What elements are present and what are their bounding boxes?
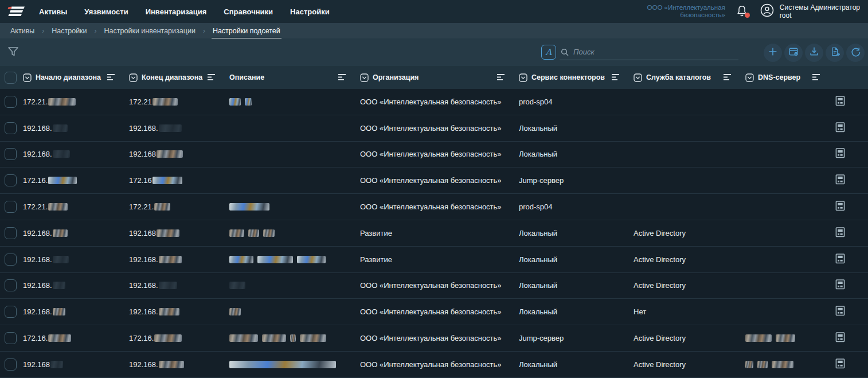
cell-connector-service: Jump-сервер bbox=[519, 334, 634, 342]
row-details-button[interactable] bbox=[834, 95, 859, 108]
row-checkbox[interactable] bbox=[5, 306, 17, 318]
filter-button[interactable] bbox=[7, 46, 19, 59]
table-row[interactable]: 192.168.192.168.ООО «Интеллектуальная бе… bbox=[0, 273, 868, 299]
column-label: Конец диапазона bbox=[142, 73, 202, 81]
cell-organization: ООО «Интеллектуальная безопасность» bbox=[360, 150, 519, 158]
row-checkbox[interactable] bbox=[5, 96, 17, 108]
breadcrumb-item-settings[interactable]: Настройки bbox=[52, 27, 87, 35]
table-row[interactable]: 172.16.172.16ООО «Интеллектуальная безоп… bbox=[0, 167, 868, 194]
row-details-button[interactable] bbox=[834, 332, 859, 345]
row-checkbox-cell bbox=[5, 358, 23, 371]
column-label: Организация bbox=[373, 73, 419, 81]
breadcrumb-item-assets[interactable]: Активы bbox=[10, 27, 34, 35]
row-checkbox[interactable] bbox=[5, 332, 17, 344]
table-row[interactable]: 192.168.192.168.ООО «Интеллектуальная бе… bbox=[0, 299, 868, 325]
row-details-button[interactable] bbox=[834, 122, 859, 135]
redacted-text bbox=[48, 177, 77, 184]
breadcrumb-item-inventory-settings[interactable]: Настройки инвентаризации bbox=[104, 27, 196, 35]
table-row[interactable]: 192.168.192.168ООО «Интеллектуальная без… bbox=[0, 142, 868, 168]
cell-directory-service: Active Directory bbox=[634, 360, 745, 369]
card-view-icon bbox=[835, 305, 845, 318]
app-logo[interactable] bbox=[5, 6, 29, 17]
cell-range-start: 192.168. bbox=[23, 255, 129, 264]
row-details-button[interactable] bbox=[834, 200, 859, 213]
nav-item-assets[interactable]: Активы bbox=[39, 7, 67, 16]
row-details-button[interactable] bbox=[834, 147, 859, 161]
cell-range-end: 172.16. bbox=[129, 334, 229, 342]
text-mode-label: A bbox=[546, 47, 552, 57]
row-details-button[interactable] bbox=[834, 358, 859, 371]
search-input[interactable] bbox=[560, 44, 738, 60]
table-settings-button[interactable] bbox=[784, 44, 803, 62]
cell-organization: ООО «Интеллектуальная безопасность» bbox=[360, 124, 519, 133]
row-details-button[interactable] bbox=[834, 174, 859, 187]
redacted-text bbox=[757, 361, 768, 368]
redacted-text bbox=[154, 334, 182, 342]
row-checkbox[interactable] bbox=[5, 254, 17, 266]
topbar-right: ООО «Интеллектуальная безопасность» bbox=[646, 3, 868, 20]
cell-connector-service: prod-sp04 bbox=[519, 202, 634, 211]
text-search-mode-button[interactable]: A bbox=[541, 45, 556, 60]
redacted-text bbox=[229, 361, 336, 368]
row-details-button[interactable] bbox=[834, 305, 859, 318]
redacted-text bbox=[248, 229, 259, 237]
export-report-button[interactable] bbox=[826, 44, 844, 62]
row-checkbox[interactable] bbox=[5, 122, 17, 134]
row-checkbox[interactable] bbox=[5, 148, 17, 160]
row-checkbox[interactable] bbox=[5, 279, 17, 291]
breadcrumb-item-subnet-settings[interactable]: Настройки подсетей bbox=[213, 27, 280, 35]
ip-prefix: 192.168 bbox=[129, 229, 156, 237]
row-details-button[interactable] bbox=[834, 279, 859, 292]
ip-prefix: 172.21. bbox=[23, 98, 48, 106]
breadcrumb: Активы›Настройки›Настройки инвентаризаци… bbox=[0, 23, 868, 38]
nav-item-directories[interactable]: Справочники bbox=[224, 7, 273, 16]
cell-range-end: 172.16 bbox=[129, 176, 229, 185]
row-checkbox[interactable] bbox=[5, 201, 17, 213]
sort-icon[interactable] bbox=[812, 74, 820, 81]
table-row[interactable]: 192.168.192.168.РазвитиеЛокальныйActive … bbox=[0, 247, 868, 273]
download-button[interactable] bbox=[805, 44, 823, 62]
row-checkbox[interactable] bbox=[5, 227, 17, 239]
notifications-button[interactable] bbox=[736, 4, 749, 19]
nav-item-inventory[interactable]: Инвентаризация bbox=[146, 7, 207, 16]
redacted-text bbox=[772, 361, 793, 368]
redacted-text bbox=[229, 308, 241, 315]
add-button[interactable] bbox=[764, 44, 782, 62]
sort-icon[interactable] bbox=[497, 74, 505, 81]
row-details-button[interactable] bbox=[834, 227, 859, 240]
cell-dns-server bbox=[745, 361, 834, 368]
table-row[interactable]: 192.168.192.168.ООО «Интеллектуальная бе… bbox=[0, 115, 868, 142]
redacted-text bbox=[262, 334, 286, 342]
cell-connector-service: Jump-сервер bbox=[519, 176, 634, 185]
redacted-text bbox=[229, 282, 245, 289]
ip-prefix: 172.21. bbox=[129, 202, 154, 211]
row-checkbox[interactable] bbox=[5, 174, 17, 186]
sort-icon[interactable] bbox=[612, 74, 620, 81]
table-row[interactable]: 172.16.172.16.ООО «Интеллектуальная безо… bbox=[0, 325, 868, 352]
redacted-text bbox=[290, 334, 296, 342]
logo-s-icon bbox=[7, 6, 26, 17]
ip-prefix: 192.168. bbox=[129, 124, 158, 133]
user-menu[interactable]: Системы Администратор root bbox=[760, 3, 860, 20]
ip-prefix: 172.16. bbox=[23, 334, 48, 342]
column-label: Описание bbox=[229, 73, 264, 81]
table-row[interactable]: 172.21.172.21ООО «Интеллектуальная безоп… bbox=[0, 89, 868, 115]
table-row[interactable]: 172.21.172.21.ООО «Интеллектуальная безо… bbox=[0, 194, 868, 220]
cell-description bbox=[229, 361, 360, 368]
sort-icon[interactable] bbox=[724, 74, 732, 81]
table-row[interactable]: 192.168192.168.ООО «Интеллектуальная без… bbox=[0, 352, 868, 378]
sort-icon[interactable] bbox=[208, 74, 216, 81]
table-header: Начало диапазонаКонец диапазонаОписаниеО… bbox=[0, 66, 868, 89]
row-checkbox[interactable] bbox=[5, 358, 17, 371]
document-export-icon bbox=[829, 46, 840, 60]
table-row[interactable]: 192.168.192.168РазвитиеЛокальныйActive D… bbox=[0, 220, 868, 247]
ip-prefix: 172.16 bbox=[129, 176, 152, 185]
nav-item-settings[interactable]: Настройки bbox=[290, 7, 330, 16]
card-view-icon bbox=[835, 279, 845, 292]
sort-icon[interactable] bbox=[338, 74, 346, 81]
row-details-button[interactable] bbox=[834, 253, 859, 266]
sort-icon[interactable] bbox=[107, 74, 115, 81]
refresh-button[interactable] bbox=[846, 44, 865, 62]
select-all-checkbox[interactable] bbox=[5, 72, 17, 84]
nav-item-vulnerabilities[interactable]: Уязвимости bbox=[84, 7, 128, 16]
